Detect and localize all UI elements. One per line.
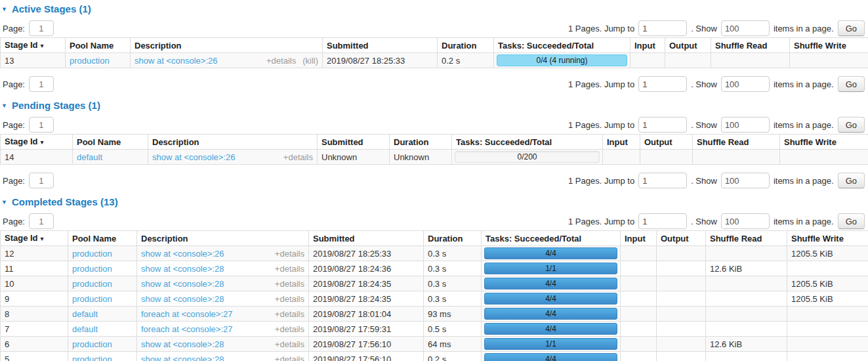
description-link[interactable]: show at <console>:26 [134, 56, 217, 65]
show-count-input[interactable] [721, 213, 770, 229]
column-header-shuffle-read[interactable]: Shuffle Read [693, 135, 780, 150]
shuffle-read-cell [706, 322, 787, 337]
description-link[interactable]: show at <console>:28 [141, 355, 224, 361]
column-header-pool-name[interactable]: Pool Name [73, 135, 148, 150]
description-link[interactable]: show at <console>:26 [141, 249, 224, 258]
column-header-label: Output [669, 41, 697, 51]
description-cell: show at <console>:28+details [137, 352, 309, 361]
description-link[interactable]: show at <console>:28 [141, 295, 224, 303]
column-header-shuffle-write[interactable]: Shuffle Write [790, 38, 868, 53]
description-link[interactable]: foreach at <console>:27 [141, 325, 233, 333]
jump-to-input[interactable] [638, 20, 687, 36]
pool-name-link[interactable]: production [72, 264, 112, 274]
column-header-submitted[interactable]: Submitted [318, 135, 390, 150]
column-header-duration[interactable]: Duration [424, 231, 482, 246]
page-number-input[interactable] [29, 76, 54, 92]
pool-name-link[interactable]: production [72, 249, 112, 259]
column-header-tasks[interactable]: Tasks: Succeeded/Total [482, 231, 621, 246]
column-header-output[interactable]: Output [640, 135, 693, 150]
go-button[interactable]: Go [838, 76, 865, 92]
column-header-output[interactable]: Output [665, 38, 711, 53]
go-button[interactable]: Go [838, 20, 865, 36]
duration-cell: 0.2 s [424, 352, 482, 361]
details-link[interactable]: +details [275, 310, 304, 318]
kill-link[interactable]: (kill) [302, 56, 318, 65]
column-header-output[interactable]: Output [657, 231, 706, 246]
details-link[interactable]: +details [283, 153, 313, 161]
column-header-shuffle-read[interactable]: Shuffle Read [706, 231, 787, 246]
column-header-description[interactable]: Description [148, 135, 318, 150]
show-count-input[interactable] [721, 117, 770, 133]
details-link[interactable]: +details [275, 295, 304, 303]
column-header-shuffle-write[interactable]: Shuffle Write [787, 231, 868, 246]
description-content: show at <console>:28+details [141, 280, 304, 288]
pool-name-link[interactable]: production [72, 354, 112, 361]
page-number-input[interactable] [29, 173, 54, 188]
go-button[interactable]: Go [838, 173, 865, 188]
column-header-pool-name[interactable]: Pool Name [68, 231, 137, 246]
column-header-description[interactable]: Description [137, 231, 309, 246]
pool-name-cell: production [66, 53, 131, 68]
submitted-cell: 2019/08/27 18:25:33 [309, 246, 424, 261]
column-header-pool-name[interactable]: Pool Name [66, 38, 131, 53]
pool-name-link[interactable]: production [72, 339, 112, 349]
column-header-stage-id[interactable]: Stage Id▾ [1, 38, 66, 53]
show-count-input[interactable] [721, 173, 770, 188]
details-link[interactable]: +details [275, 249, 304, 258]
pool-name-link[interactable]: production [72, 294, 112, 304]
column-header-duration[interactable]: Duration [390, 135, 452, 150]
column-header-shuffle-read[interactable]: Shuffle Read [711, 38, 790, 53]
input-cell [621, 276, 657, 291]
pool-name-link[interactable]: production [70, 56, 110, 66]
section-header-active-stages[interactable]: ▼Active Stages (1) [1, 3, 868, 14]
details-link[interactable]: +details [275, 340, 304, 349]
page-number-input[interactable] [29, 117, 54, 133]
column-header-label: Shuffle Write [794, 41, 846, 51]
pool-name-link[interactable]: default [77, 152, 102, 162]
pool-name-link[interactable]: default [72, 324, 98, 334]
go-button[interactable]: Go [838, 117, 865, 133]
jump-to-input[interactable] [638, 117, 687, 133]
show-count-input[interactable] [721, 76, 770, 92]
column-header-description[interactable]: Description [131, 38, 323, 53]
shuffle-read-cell [711, 53, 790, 68]
input-cell [621, 322, 657, 337]
section-header-pending-stages[interactable]: ▼Pending Stages (1) [1, 100, 868, 111]
column-header-stage-id[interactable]: Stage Id▾ [1, 231, 68, 246]
go-button[interactable]: Go [838, 213, 865, 229]
section-header-completed-stages[interactable]: ▼Completed Stages (13) [1, 196, 868, 207]
description-link[interactable]: show at <console>:26 [152, 153, 235, 161]
pool-name-link[interactable]: default [72, 309, 98, 319]
details-link[interactable]: +details [266, 56, 296, 65]
collapse-arrow-icon: ▼ [1, 103, 7, 109]
column-header-shuffle-write[interactable]: Shuffle Write [780, 135, 868, 150]
pool-name-link[interactable]: production [72, 279, 112, 289]
column-header-submitted[interactable]: Submitted [309, 231, 424, 246]
shuffle-write-cell: 1205.5 KiB [787, 276, 868, 291]
column-header-duration[interactable]: Duration [438, 38, 494, 53]
column-header-stage-id[interactable]: Stage Id▾ [1, 135, 73, 150]
page-number-input[interactable] [29, 213, 54, 229]
task-progress-bar: 1/1 [484, 263, 617, 274]
column-header-tasks[interactable]: Tasks: Succeeded/Total [452, 135, 603, 150]
description-link[interactable]: foreach at <console>:27 [141, 310, 233, 318]
description-link[interactable]: show at <console>:28 [141, 265, 224, 273]
jump-to-input[interactable] [638, 76, 687, 92]
column-header-submitted[interactable]: Submitted [323, 38, 438, 53]
jump-to-input[interactable] [638, 213, 687, 229]
column-header-input[interactable]: Input [630, 38, 665, 53]
show-count-input[interactable] [721, 20, 770, 36]
column-header-input[interactable]: Input [621, 231, 657, 246]
pool-name-cell: default [68, 307, 137, 322]
jump-to-input[interactable] [638, 173, 687, 188]
details-link[interactable]: +details [275, 355, 304, 361]
details-link[interactable]: +details [275, 325, 304, 333]
description-link[interactable]: show at <console>:28 [141, 280, 224, 288]
column-header-input[interactable]: Input [603, 135, 640, 150]
page-number-input[interactable] [29, 20, 54, 36]
column-header-tasks[interactable]: Tasks: Succeeded/Total [494, 38, 630, 53]
details-link[interactable]: +details [275, 280, 304, 288]
details-link[interactable]: +details [275, 265, 304, 273]
task-progress-bar: 0/4 (4 running) [497, 54, 627, 66]
description-link[interactable]: show at <console>:28 [141, 340, 224, 349]
